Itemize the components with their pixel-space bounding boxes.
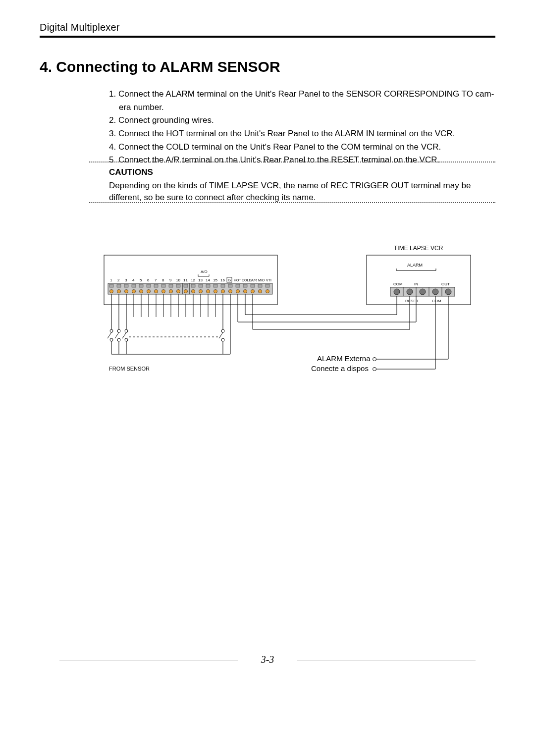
svg-point-36 bbox=[228, 289, 232, 293]
svg-point-40 bbox=[258, 289, 262, 293]
svg-point-22 bbox=[124, 289, 128, 293]
terminal-mo: M/O bbox=[258, 278, 265, 282]
svg-point-32 bbox=[199, 289, 202, 293]
terminal-hot: HOT bbox=[234, 278, 242, 282]
svg-point-39 bbox=[251, 289, 254, 293]
svg-text:3: 3 bbox=[125, 278, 127, 282]
wiring-diagram: TIME LAPSE VCR ALARM COM IN OUT RESET bbox=[99, 238, 495, 436]
vcr-alarm-bracket bbox=[396, 269, 436, 270]
svg-text:14: 14 bbox=[206, 278, 210, 282]
divider-dotted-top bbox=[89, 162, 495, 162]
svg-point-25 bbox=[147, 289, 150, 293]
svg-rect-53 bbox=[191, 284, 195, 287]
idle-wires bbox=[134, 294, 215, 317]
svg-text:10: 10 bbox=[176, 278, 180, 282]
svg-line-73 bbox=[115, 332, 119, 338]
svg-point-34 bbox=[214, 289, 217, 293]
vcr-alarm-label: ALARM bbox=[407, 263, 423, 268]
svg-rect-48 bbox=[154, 284, 158, 287]
svg-text:11: 11 bbox=[183, 278, 188, 282]
svg-line-76 bbox=[122, 332, 126, 338]
page-footer: 3-3 bbox=[59, 654, 476, 665]
svg-rect-43 bbox=[117, 284, 121, 287]
svg-text:15: 15 bbox=[213, 278, 217, 282]
svg-point-30 bbox=[184, 289, 187, 293]
svg-rect-42 bbox=[109, 284, 113, 287]
sensor-wires bbox=[107, 294, 230, 354]
step-1-line-2: era number. bbox=[109, 102, 495, 114]
vcr-wires bbox=[238, 294, 416, 329]
vcr-screw-5 bbox=[445, 289, 451, 295]
svg-point-101 bbox=[373, 358, 376, 361]
svg-text:13: 13 bbox=[198, 278, 203, 282]
cautions-title: CAUTIONS bbox=[109, 166, 495, 179]
page-number: 3-3 bbox=[261, 654, 274, 665]
svg-point-21 bbox=[117, 289, 120, 293]
conecte-dispos-label: Conecte a dispos bbox=[311, 364, 369, 373]
svg-point-71 bbox=[110, 338, 113, 341]
steps-block: 1. Connect the ALARM terminal on the Uni… bbox=[109, 88, 495, 167]
step-4: 4. Connect the COLD terminal on the Unit… bbox=[109, 141, 495, 154]
svg-point-77 bbox=[125, 338, 128, 341]
svg-point-35 bbox=[221, 289, 224, 293]
svg-rect-63 bbox=[266, 284, 269, 287]
svg-rect-50 bbox=[169, 284, 173, 287]
svg-rect-59 bbox=[236, 284, 240, 287]
svg-point-69 bbox=[110, 329, 113, 332]
svg-rect-51 bbox=[176, 284, 180, 287]
svg-point-24 bbox=[139, 289, 143, 293]
svg-point-75 bbox=[125, 329, 128, 332]
terminal-labels-row: 1 2 3 4 5 6 7 8 9 10 11 12 13 14 15 16 bbox=[110, 278, 225, 282]
vcr-screw-1 bbox=[394, 289, 400, 295]
svg-point-26 bbox=[154, 289, 158, 293]
svg-text:9: 9 bbox=[169, 278, 172, 282]
vcr-screw-4 bbox=[432, 289, 438, 295]
ao-label: A/O bbox=[201, 270, 208, 274]
footer-rule-right bbox=[297, 660, 476, 660]
step-1-line-1: 1. Connect the ALARM terminal on the Uni… bbox=[109, 88, 495, 101]
svg-line-70 bbox=[107, 332, 111, 338]
svg-text:7: 7 bbox=[155, 278, 157, 282]
svg-rect-52 bbox=[184, 284, 188, 287]
header-product: Digital Multiplexer bbox=[40, 22, 495, 33]
svg-text:8: 8 bbox=[162, 278, 164, 282]
svg-rect-54 bbox=[199, 284, 203, 287]
svg-point-41 bbox=[266, 289, 269, 293]
step-2: 2. Connect grounding wires. bbox=[109, 114, 495, 127]
svg-point-79 bbox=[221, 329, 224, 332]
vcr-term-in: IN bbox=[414, 282, 418, 286]
vcr-term-com1: COM bbox=[393, 282, 403, 286]
svg-point-38 bbox=[243, 289, 247, 293]
svg-point-31 bbox=[191, 289, 195, 293]
terminal-ar: A/R bbox=[251, 278, 257, 282]
svg-text:4: 4 bbox=[132, 278, 135, 282]
terminal-cold: COLD bbox=[242, 278, 251, 282]
svg-point-27 bbox=[161, 289, 165, 293]
svg-line-80 bbox=[219, 332, 223, 338]
terminal-vti: VTI bbox=[266, 278, 271, 282]
svg-rect-58 bbox=[228, 284, 232, 287]
step-3: 3. Connect the HOT terminal on the Unit'… bbox=[109, 128, 495, 140]
from-sensor-label: FROM SENSOR bbox=[109, 366, 150, 372]
svg-rect-45 bbox=[132, 284, 136, 287]
vcr-term-out: OUT bbox=[441, 282, 450, 286]
svg-point-28 bbox=[169, 289, 172, 293]
svg-text:16: 16 bbox=[220, 278, 225, 282]
vcr-screw-3 bbox=[420, 289, 426, 295]
vcr-term-com2: COM bbox=[432, 299, 441, 303]
svg-rect-46 bbox=[139, 284, 143, 287]
header-divider bbox=[40, 36, 495, 38]
section-title: 4. Connecting to ALARM SENSOR bbox=[40, 58, 280, 75]
svg-point-37 bbox=[236, 289, 239, 293]
svg-point-33 bbox=[206, 289, 210, 293]
svg-point-23 bbox=[132, 289, 135, 293]
svg-rect-56 bbox=[214, 284, 217, 287]
svg-rect-47 bbox=[147, 284, 151, 287]
cautions-block: CAUTIONS Depending on the kinds of TIME … bbox=[109, 166, 495, 204]
vcr-title: TIME LAPSE VCR bbox=[394, 245, 443, 252]
cautions-body: Depending on the kinds of TIME LAPSE VCR… bbox=[109, 180, 495, 204]
alarm-externa-label: ALARM Externa bbox=[317, 354, 371, 363]
svg-rect-60 bbox=[243, 284, 247, 287]
svg-point-81 bbox=[221, 338, 224, 341]
svg-rect-57 bbox=[221, 284, 225, 287]
